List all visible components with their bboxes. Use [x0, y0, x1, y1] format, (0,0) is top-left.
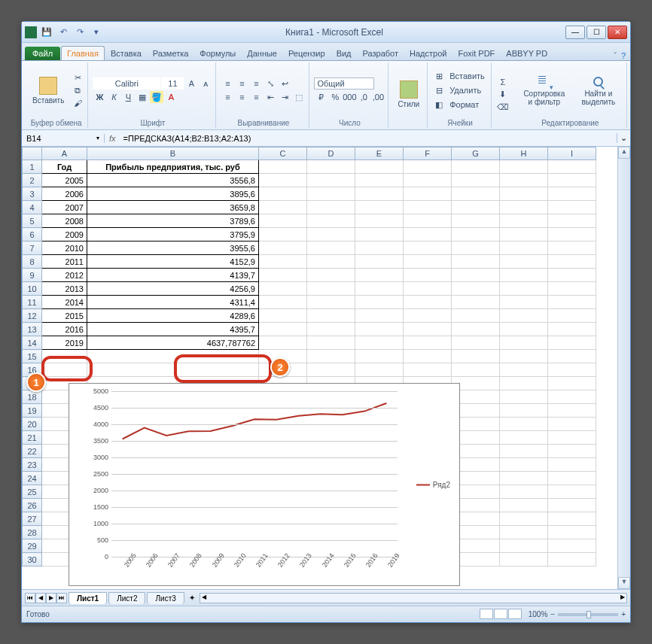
font-name-select[interactable]: Calibri: [93, 77, 160, 90]
tab-вид[interactable]: Вид: [331, 47, 357, 60]
cell-I16[interactable]: [548, 363, 596, 377]
cell-C8[interactable]: [259, 255, 307, 269]
cell-F4[interactable]: [404, 201, 452, 214]
cell-G2[interactable]: [452, 174, 500, 187]
cell-E15[interactable]: [355, 350, 404, 363]
cut-icon[interactable]: ✂: [71, 71, 84, 84]
row-header-21[interactable]: 21: [23, 431, 42, 445]
view-layout-icon[interactable]: [494, 609, 507, 619]
cell-I19[interactable]: [548, 404, 596, 418]
formula-expand-icon[interactable]: ⌄: [617, 133, 630, 143]
column-header-F[interactable]: F: [404, 147, 452, 160]
sheet-tab-Лист1[interactable]: Лист1: [69, 592, 107, 604]
cell-G14[interactable]: [452, 336, 500, 350]
cell-C14[interactable]: [259, 336, 307, 350]
column-header-E[interactable]: E: [355, 147, 404, 160]
row-header-25[interactable]: 25: [23, 485, 42, 499]
sheet-tab-Лист2[interactable]: Лист2: [108, 592, 145, 604]
cell-A13[interactable]: 2016: [42, 323, 87, 336]
cell-I17[interactable]: [548, 377, 596, 390]
row-header-29[interactable]: 29: [23, 539, 42, 553]
row-header-19[interactable]: 19: [23, 404, 42, 418]
cell-E2[interactable]: [355, 174, 404, 187]
cell-E16[interactable]: [355, 363, 404, 377]
cell-C6[interactable]: [259, 228, 307, 242]
cell-H9[interactable]: [500, 269, 548, 282]
row-header-6[interactable]: 6: [23, 228, 42, 242]
row-header-1[interactable]: 1: [23, 160, 42, 174]
cell-B5[interactable]: 3789,6: [87, 214, 259, 228]
align-center-icon[interactable]: ≡: [235, 91, 248, 103]
cell-I6[interactable]: [548, 228, 596, 242]
italic-button[interactable]: К: [107, 91, 120, 103]
cell-D12[interactable]: [307, 309, 355, 323]
cell-A12[interactable]: 2015: [42, 309, 87, 323]
cell-E1[interactable]: [355, 160, 404, 174]
cell-B14[interactable]: 4637,787762: [87, 336, 259, 350]
cell-D6[interactable]: [307, 228, 355, 242]
row-header-18[interactable]: 18: [23, 390, 42, 404]
sheet-nav-last-icon[interactable]: ⏭: [56, 593, 67, 603]
cell-E6[interactable]: [355, 228, 404, 242]
row-header-23[interactable]: 23: [23, 458, 42, 472]
cell-B6[interactable]: 3795,9: [87, 228, 259, 242]
cell-G11[interactable]: [452, 296, 500, 309]
cell-I11[interactable]: [548, 296, 596, 309]
cell-H29[interactable]: [500, 539, 548, 553]
cell-B12[interactable]: 4289,6: [87, 309, 259, 323]
cell-D16[interactable]: [307, 363, 355, 377]
name-box-dropdown-icon[interactable]: ▾: [96, 135, 99, 141]
cell-H5[interactable]: [500, 214, 548, 228]
cell-G4[interactable]: [452, 201, 500, 214]
cell-A5[interactable]: 2008: [42, 214, 87, 228]
row-header-5[interactable]: 5: [23, 214, 42, 228]
font-color-icon[interactable]: A: [164, 91, 178, 103]
indent-inc-icon[interactable]: ⇥: [278, 91, 291, 103]
cell-C5[interactable]: [259, 214, 307, 228]
cell-G16[interactable]: [452, 363, 500, 377]
cell-H21[interactable]: [500, 431, 548, 445]
cell-H19[interactable]: [500, 404, 548, 418]
cell-D3[interactable]: [307, 187, 355, 201]
undo-icon[interactable]: ↶: [56, 26, 70, 39]
cell-E10[interactable]: [355, 282, 404, 296]
cell-H1[interactable]: [500, 160, 548, 174]
vertical-scrollbar[interactable]: ▲ ▼: [617, 147, 630, 589]
copy-icon[interactable]: ⧉: [71, 84, 84, 96]
cell-I4[interactable]: [548, 201, 596, 214]
row-header-11[interactable]: 11: [23, 296, 42, 309]
cell-C3[interactable]: [259, 187, 307, 201]
cell-H6[interactable]: [500, 228, 548, 242]
zoom-out-icon[interactable]: −: [550, 610, 555, 618]
column-header-B[interactable]: B: [87, 147, 259, 160]
insert-cells-button[interactable]: Вставить: [446, 70, 488, 82]
cell-H24[interactable]: [500, 472, 548, 485]
sheet-nav-first-icon[interactable]: ⏮: [25, 593, 35, 603]
cell-E11[interactable]: [355, 296, 404, 309]
view-normal-icon[interactable]: [480, 609, 493, 619]
cell-H28[interactable]: [500, 526, 548, 539]
cell-E7[interactable]: [355, 242, 404, 255]
cell-H14[interactable]: [500, 336, 548, 350]
format-cells-button[interactable]: Формат: [446, 99, 482, 111]
cell-E8[interactable]: [355, 255, 404, 269]
cell-F10[interactable]: [404, 282, 452, 296]
cell-E5[interactable]: [355, 214, 404, 228]
cell-I14[interactable]: [548, 336, 596, 350]
cell-G6[interactable]: [452, 228, 500, 242]
cell-H25[interactable]: [500, 485, 548, 499]
cell-D7[interactable]: [307, 242, 355, 255]
cell-I15[interactable]: [548, 350, 596, 363]
cell-D1[interactable]: [307, 160, 355, 174]
row-header-14[interactable]: 14: [23, 336, 42, 350]
cell-G7[interactable]: [452, 242, 500, 255]
cell-C7[interactable]: [259, 242, 307, 255]
cell-I18[interactable]: [548, 390, 596, 404]
row-header-28[interactable]: 28: [23, 526, 42, 539]
cell-H11[interactable]: [500, 296, 548, 309]
cell-B8[interactable]: 4152,9: [87, 255, 259, 269]
column-header-C[interactable]: C: [259, 147, 307, 160]
cell-H30[interactable]: [500, 553, 548, 567]
chart[interactable]: 0500100015002000250030003500400045005000…: [69, 383, 460, 586]
cell-I26[interactable]: [548, 499, 596, 512]
